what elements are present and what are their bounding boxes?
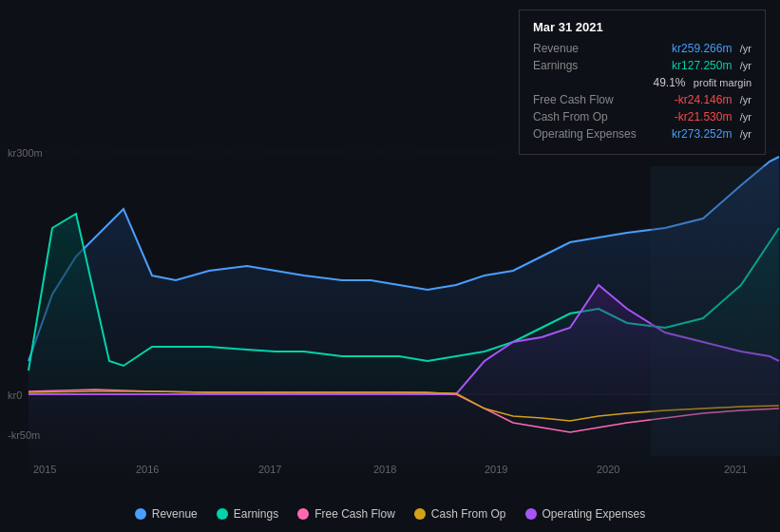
chart-legend: Revenue Earnings Free Cash Flow Cash Fro… (0, 507, 780, 521)
tooltip-row-opexp: Operating Expenses kr273.252m /yr (533, 127, 751, 141)
tooltip-revenue-amount: kr259.266m (672, 42, 732, 55)
x-label-2018: 2018 (373, 464, 396, 475)
tooltip-revenue-unit: /yr (740, 43, 751, 54)
tooltip-earnings-unit: /yr (740, 60, 751, 71)
tooltip-margin-pct: 49.1% (653, 76, 685, 89)
tooltip-revenue-label: Revenue (533, 42, 579, 55)
x-label-2021: 2021 (724, 464, 747, 475)
tooltip-row-earnings: Earnings kr127.250m /yr (533, 59, 751, 72)
legend-dot-fcf (297, 508, 309, 520)
legend-dot-cashop (414, 508, 426, 520)
x-label-2015: 2015 (33, 464, 56, 475)
tooltip-margin-value: 49.1% profit margin (634, 76, 751, 89)
legend-item-earnings[interactable]: Earnings (217, 507, 278, 521)
tooltip-cashop-amount: -kr21.530m (675, 110, 732, 124)
x-label-2020: 2020 (597, 464, 619, 475)
data-tooltip: Mar 31 2021 Revenue kr259.266m /yr Earni… (519, 10, 766, 155)
legend-item-cashop[interactable]: Cash From Op (414, 507, 506, 521)
y-label-neg50m: -kr50m (8, 429, 40, 441)
tooltip-title: Mar 31 2021 (533, 20, 751, 34)
tooltip-opexp-amount: kr273.252m (672, 127, 732, 141)
tooltip-row-margin: 49.1% profit margin (533, 76, 751, 89)
tooltip-opexp-label: Operating Expenses (533, 127, 637, 141)
tooltip-fcf-amount: -kr24.146m (675, 93, 732, 106)
tooltip-cashop-label: Cash From Op (533, 110, 608, 124)
tooltip-fcf-value: -kr24.146m /yr (656, 93, 751, 106)
tooltip-row-revenue: Revenue kr259.266m /yr (533, 42, 751, 55)
svg-rect-2 (651, 166, 780, 456)
legend-dot-revenue (135, 508, 146, 520)
tooltip-earnings-label: Earnings (533, 59, 578, 72)
legend-item-fcf[interactable]: Free Cash Flow (297, 507, 395, 521)
tooltip-cashop-value: -kr21.530m /yr (656, 110, 751, 124)
tooltip-opexp-value: kr273.252m /yr (653, 127, 751, 141)
tooltip-earnings-value: kr127.250m /yr (653, 59, 751, 72)
legend-dot-opexp (525, 508, 537, 520)
chart-container: kr300m kr0 -kr50m 2015 2016 2017 2018 20… (0, 0, 780, 532)
tooltip-fcf-unit: /yr (740, 94, 751, 105)
tooltip-margin-unit: profit margin (694, 77, 751, 88)
y-label-0: kr0 (8, 390, 22, 401)
x-label-2017: 2017 (258, 464, 281, 475)
legend-label-earnings: Earnings (234, 507, 278, 521)
legend-dot-earnings (217, 508, 228, 520)
legend-item-opexp[interactable]: Operating Expenses (525, 507, 646, 521)
legend-item-revenue[interactable]: Revenue (135, 507, 198, 521)
tooltip-cashop-unit: /yr (740, 111, 751, 123)
legend-label-cashop: Cash From Op (431, 507, 506, 521)
tooltip-fcf-label: Free Cash Flow (533, 93, 614, 106)
tooltip-opexp-unit: /yr (740, 128, 751, 140)
tooltip-earnings-amount: kr127.250m (672, 59, 732, 72)
tooltip-row-cashop: Cash From Op -kr21.530m /yr (533, 110, 751, 124)
x-label-2019: 2019 (485, 464, 507, 475)
legend-label-revenue: Revenue (152, 507, 198, 521)
x-label-2016: 2016 (136, 464, 159, 475)
legend-label-opexp: Operating Expenses (542, 507, 646, 521)
legend-label-fcf: Free Cash Flow (314, 507, 395, 521)
tooltip-row-fcf: Free Cash Flow -kr24.146m /yr (533, 93, 751, 106)
tooltip-revenue-value: kr259.266m /yr (653, 42, 751, 55)
y-label-300m: kr300m (8, 147, 43, 159)
